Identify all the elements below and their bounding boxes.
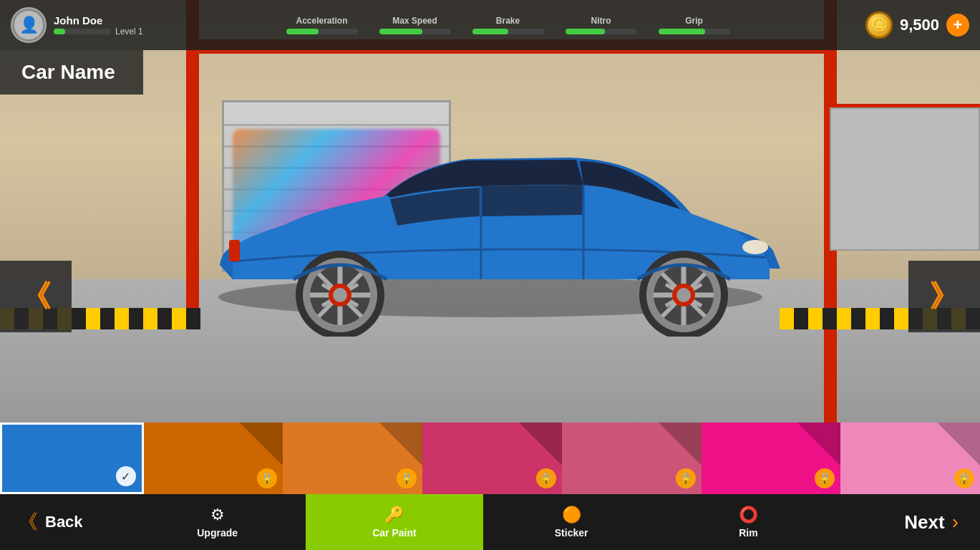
prev-arrow-icon: 《 bbox=[21, 276, 51, 317]
swatch-check-icon: ✓ bbox=[116, 466, 136, 486]
swatch-locked-overlay bbox=[240, 423, 283, 465]
stat-label: Brake bbox=[496, 16, 520, 26]
stat-bar-fill bbox=[379, 29, 422, 34]
stat-label: Acceleration bbox=[296, 16, 347, 26]
back-label: Back bbox=[45, 513, 83, 531]
stat-label: Max Speed bbox=[392, 16, 437, 26]
swatch-locked-overlay bbox=[379, 423, 422, 465]
player-level-row: Level 1 bbox=[54, 26, 143, 37]
stat-label: Nitro bbox=[591, 16, 611, 26]
svg-rect-4 bbox=[229, 240, 240, 261]
stat-bar bbox=[472, 29, 544, 34]
color-swatches-bar: ✓ 🔒 🔒 🔒 🔒 🔒 🔒 bbox=[0, 423, 980, 494]
svg-point-28 bbox=[333, 288, 347, 302]
toolbar-tabs: ⚙ Upgrade 🔑 Car Paint 🟠 Sticker ⭕ Rim bbox=[129, 494, 837, 550]
next-arrow-icon: › bbox=[952, 511, 959, 534]
next-button[interactable]: Next › bbox=[837, 494, 980, 550]
tab-label-upgrade: Upgrade bbox=[197, 527, 238, 539]
tab-icon-car-paint: 🔑 bbox=[384, 506, 404, 524]
next-car-button[interactable]: 》 bbox=[908, 261, 980, 332]
stat-acceleration: Acceleration bbox=[286, 16, 358, 34]
tab-label-rim: Rim bbox=[739, 527, 757, 539]
coin-icon: 🪙 bbox=[865, 11, 893, 39]
next-label: Next bbox=[904, 511, 944, 534]
car-name-overlay: Car Name bbox=[0, 50, 143, 95]
tab-icon-rim: ⭕ bbox=[739, 506, 758, 524]
car-svg bbox=[168, 107, 812, 337]
tab-icon-upgrade: ⚙ bbox=[210, 506, 225, 524]
stat-max-speed: Max Speed bbox=[379, 16, 451, 34]
swatch-lock-icon: 🔒 bbox=[815, 468, 835, 488]
color-swatch-4[interactable]: 🔒 bbox=[562, 423, 702, 494]
stats-section: Acceleration Max Speed Brake Nitro Grip bbox=[154, 16, 862, 34]
stat-bar bbox=[379, 29, 451, 34]
stat-brake: Brake bbox=[472, 16, 544, 34]
stat-bar bbox=[566, 29, 637, 34]
tab-car-paint[interactable]: 🔑 Car Paint bbox=[306, 494, 482, 550]
stat-bar-fill bbox=[659, 29, 705, 34]
stat-label: Grip bbox=[685, 16, 703, 26]
swatch-lock-icon: 🔒 bbox=[676, 468, 696, 488]
car-container bbox=[107, 86, 873, 358]
tab-sticker[interactable]: 🟠 Sticker bbox=[483, 494, 660, 550]
bottom-toolbar: 《 Back ⚙ Upgrade 🔑 Car Paint 🟠 Sticker ⭕… bbox=[0, 494, 980, 550]
swatch-lock-icon: 🔒 bbox=[397, 468, 417, 488]
tab-icon-sticker: 🟠 bbox=[562, 506, 581, 524]
player-level-text: Level 1 bbox=[115, 26, 143, 37]
color-swatch-0[interactable]: ✓ bbox=[0, 423, 144, 494]
color-swatch-1[interactable]: 🔒 bbox=[144, 423, 283, 494]
back-button[interactable]: 《 Back bbox=[0, 494, 129, 550]
stat-bar-fill bbox=[286, 29, 319, 34]
currency-amount: 9,500 bbox=[900, 16, 939, 34]
stat-bar bbox=[286, 29, 358, 34]
swatch-lock-icon: 🔒 bbox=[257, 468, 277, 488]
add-currency-button[interactable]: + bbox=[946, 14, 969, 37]
swatch-locked-overlay bbox=[519, 423, 562, 465]
stat-bar-fill bbox=[472, 29, 508, 34]
stat-nitro: Nitro bbox=[566, 16, 637, 34]
back-arrow-icon: 《 bbox=[18, 508, 38, 536]
swatch-locked-overlay bbox=[659, 423, 702, 465]
header: 👤 John Doe Level 1 Acceleration Max Spee… bbox=[0, 0, 980, 50]
color-swatch-5[interactable]: 🔒 bbox=[702, 423, 841, 494]
profile-section: 👤 John Doe Level 1 bbox=[11, 7, 154, 43]
swatch-lock-icon: 🔒 bbox=[954, 468, 974, 488]
color-swatch-2[interactable]: 🔒 bbox=[283, 423, 422, 494]
level-bar bbox=[54, 29, 111, 34]
swatch-lock-icon: 🔒 bbox=[536, 468, 556, 488]
svg-point-3 bbox=[742, 240, 768, 254]
stat-bar bbox=[659, 29, 730, 34]
color-swatch-3[interactable]: 🔒 bbox=[422, 423, 562, 494]
avatar-icon: 👤 bbox=[14, 11, 43, 39]
svg-point-16 bbox=[676, 288, 691, 302]
prev-car-button[interactable]: 《 bbox=[0, 261, 72, 332]
swatch-locked-overlay bbox=[937, 423, 980, 465]
car-name-text: Car Name bbox=[21, 61, 115, 83]
tab-label-sticker: Sticker bbox=[555, 527, 588, 539]
stat-grip: Grip bbox=[659, 16, 730, 34]
next-arrow-icon: 》 bbox=[929, 276, 959, 317]
tab-upgrade[interactable]: ⚙ Upgrade bbox=[129, 494, 306, 550]
tab-label-car-paint: Car Paint bbox=[372, 527, 416, 539]
currency-section: 🪙 9,500 + bbox=[862, 11, 969, 39]
color-swatch-6[interactable]: 🔒 bbox=[840, 423, 980, 494]
player-info: John Doe Level 1 bbox=[54, 14, 143, 37]
level-bar-fill bbox=[54, 29, 65, 34]
swatch-locked-overlay bbox=[797, 423, 840, 465]
tab-rim[interactable]: ⭕ Rim bbox=[660, 494, 837, 550]
stat-bar-fill bbox=[566, 29, 605, 34]
player-name: John Doe bbox=[54, 14, 143, 26]
avatar: 👤 bbox=[11, 7, 47, 43]
